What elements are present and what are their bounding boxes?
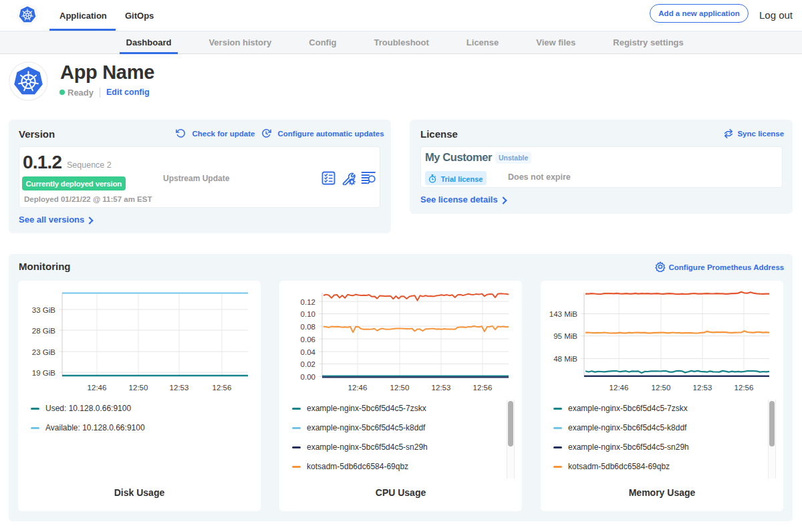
- svg-text:12:53: 12:53: [432, 384, 451, 392]
- svg-text:0.08: 0.08: [301, 323, 315, 331]
- svg-text:28 GiB: 28 GiB: [32, 327, 55, 335]
- svg-text:12:46: 12:46: [348, 384, 368, 392]
- svg-text:12:50: 12:50: [652, 384, 671, 392]
- svg-text:0.00: 0.00: [301, 373, 315, 381]
- svg-text:143 MiB: 143 MiB: [549, 310, 578, 318]
- svg-text:12:56: 12:56: [213, 384, 232, 392]
- svg-text:0.04: 0.04: [301, 348, 316, 356]
- svg-text:12:53: 12:53: [170, 384, 189, 392]
- svg-text:19 GiB: 19 GiB: [32, 369, 55, 377]
- svg-text:48 MiB: 48 MiB: [553, 355, 577, 363]
- svg-text:95 MiB: 95 MiB: [553, 332, 577, 340]
- svg-text:33 GiB: 33 GiB: [32, 306, 55, 314]
- svg-text:12:46: 12:46: [88, 384, 107, 392]
- svg-text:12:50: 12:50: [390, 384, 410, 392]
- svg-text:12:56: 12:56: [734, 384, 754, 392]
- svg-text:23 GiB: 23 GiB: [32, 348, 55, 356]
- svg-text:0.06: 0.06: [301, 336, 315, 344]
- svg-text:12:46: 12:46: [610, 384, 629, 392]
- svg-text:0.02: 0.02: [301, 360, 315, 368]
- svg-text:12:56: 12:56: [473, 384, 493, 392]
- svg-text:0.12: 0.12: [301, 298, 315, 306]
- svg-text:12:50: 12:50: [129, 384, 148, 392]
- svg-text:0.10: 0.10: [301, 310, 315, 318]
- svg-text:12:53: 12:53: [693, 384, 712, 392]
